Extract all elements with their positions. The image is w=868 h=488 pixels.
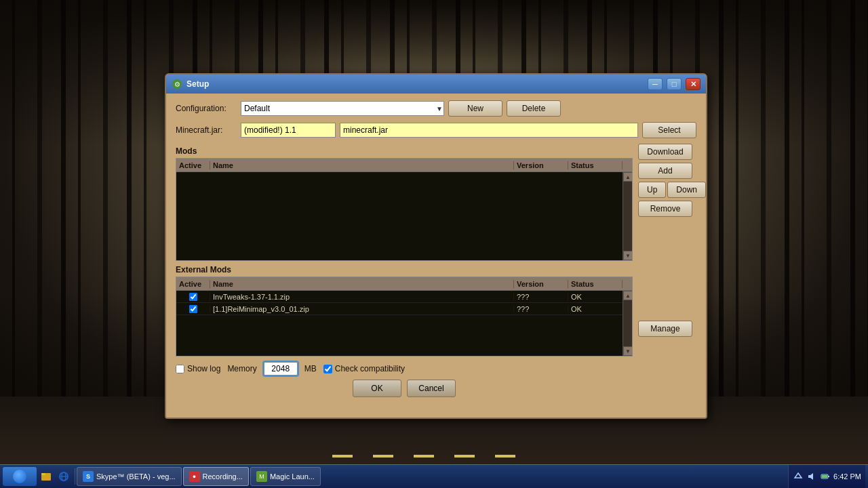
right-spacer xyxy=(638,220,696,318)
taskbar-items: S Skype™ (BETA) - veg... ● Recording... … xyxy=(77,467,787,486)
external-table-header: Active Name Version Status xyxy=(176,277,632,291)
delete-button[interactable]: Delete xyxy=(507,100,561,117)
ext-scroll-track xyxy=(623,300,632,346)
ext-scroll-down[interactable]: ▼ xyxy=(623,346,632,356)
check-compat-checkbox[interactable] xyxy=(323,365,332,373)
taskbar-item-magic-label: Magic Laun... xyxy=(270,472,315,481)
mods-scroll-up[interactable]: ▲ xyxy=(623,172,632,182)
up-button[interactable]: Up xyxy=(638,182,666,198)
ext-col-version: Version xyxy=(514,280,568,288)
svg-marker-9 xyxy=(810,473,813,480)
ext-row1-checkbox[interactable] xyxy=(189,293,197,301)
table-row[interactable]: InvTweaks-1.37-1.1.zip ??? OK xyxy=(176,291,623,303)
mods-section-header: Mods xyxy=(176,146,633,156)
manage-button[interactable]: Manage xyxy=(638,321,692,337)
mods-scroll-track xyxy=(623,182,632,251)
file-explorer-icon[interactable] xyxy=(38,468,54,485)
ext-scrollbar: ▲ ▼ xyxy=(623,291,632,356)
right-spacer2 xyxy=(638,340,696,419)
ext-row1-active xyxy=(176,293,210,301)
recording-icon: ● xyxy=(189,471,200,482)
external-table: Active Name Version Status InvT xyxy=(176,277,632,356)
mods-table-container: Active Name Version Status ▲ ▼ xyxy=(176,158,633,261)
ext-row2-active xyxy=(176,305,210,313)
maximize-button[interactable]: □ xyxy=(667,78,682,90)
external-section-header: External Mods xyxy=(176,265,633,274)
external-rows: InvTweaks-1.37-1.1.zip ??? OK [1.1]ReiMi… xyxy=(176,291,623,356)
mods-table: Active Name Version Status ▲ ▼ xyxy=(176,159,632,260)
svg-rect-11 xyxy=(828,476,829,477)
down-button[interactable]: Down xyxy=(667,182,706,198)
external-table-container: Active Name Version Status InvT xyxy=(176,277,633,357)
remove-button[interactable]: Remove xyxy=(638,201,692,217)
minimize-button[interactable]: ─ xyxy=(648,78,663,90)
ext-row2-checkbox[interactable] xyxy=(189,305,197,313)
dialog-content: Configuration: Default ▼ New Delete Mine… xyxy=(166,94,706,418)
select-button[interactable]: Select xyxy=(642,122,696,138)
svg-rect-3 xyxy=(41,473,45,475)
config-select[interactable]: Default xyxy=(241,101,444,116)
ext-row2-version: ??? xyxy=(514,305,568,313)
start-button[interactable] xyxy=(3,467,37,486)
taskbar-time-display: 6:42 PM xyxy=(833,472,861,481)
svg-rect-8 xyxy=(808,475,810,478)
mods-rows xyxy=(176,172,623,260)
ext-col-active: Active xyxy=(176,280,210,288)
show-log-checkbox[interactable] xyxy=(176,365,184,373)
taskbar-item-magic[interactable]: M Magic Laun... xyxy=(250,467,321,486)
memory-unit-text: MB xyxy=(304,364,317,373)
mods-scroll-down[interactable]: ▼ xyxy=(623,251,632,260)
ext-col-status: Status xyxy=(568,280,623,288)
add-button[interactable]: Add xyxy=(638,163,692,179)
jar-file-input[interactable] xyxy=(340,123,638,138)
external-buttons: Manage xyxy=(638,321,696,337)
svg-text:⚙: ⚙ xyxy=(174,81,180,88)
title-bar: ⚙ Setup ─ □ ✕ xyxy=(166,75,706,94)
new-button[interactable]: New xyxy=(448,100,502,117)
quick-launch xyxy=(38,468,75,485)
ext-row1-version: ??? xyxy=(514,293,568,301)
config-label: Configuration: xyxy=(176,104,237,113)
ok-button[interactable]: OK xyxy=(353,380,401,397)
up-down-buttons: Up Down xyxy=(638,182,696,198)
download-button[interactable]: Download xyxy=(638,144,692,160)
taskbar-item-recording[interactable]: ● Recording... xyxy=(183,467,249,486)
taskbar-item-recording-label: Recording... xyxy=(203,472,243,481)
mods-col-active: Active xyxy=(176,161,210,169)
external-empty-space xyxy=(176,315,623,356)
footer-row: Show log Memory MB Check compatibility xyxy=(176,362,633,375)
mods-table-body: ▲ ▼ xyxy=(176,172,632,260)
ext-col-name: Name xyxy=(210,280,514,288)
check-compat-label[interactable]: Check compatibility xyxy=(323,364,405,373)
jar-version-input[interactable] xyxy=(241,123,336,138)
taskbar-item-skype[interactable]: S Skype™ (BETA) - veg... xyxy=(77,467,182,486)
taskbar-item-skype-label: Skype™ (BETA) - veg... xyxy=(96,472,176,481)
memory-label-text: Memory xyxy=(227,364,256,373)
svg-marker-7 xyxy=(795,473,802,478)
ie-icon[interactable] xyxy=(56,468,72,485)
setup-dialog: ⚙ Setup ─ □ ✕ Configuration: Default ▼ N… xyxy=(165,73,707,419)
close-button[interactable]: ✕ xyxy=(686,78,701,90)
table-row[interactable]: [1.1]ReiMinimap_v3.0_01.zip ??? OK xyxy=(176,303,623,315)
magic-icon: M xyxy=(256,471,267,482)
config-select-wrap: Default ▼ xyxy=(241,101,444,116)
mods-scrollbar: ▲ ▼ xyxy=(623,172,632,260)
ext-scroll-up[interactable]: ▲ xyxy=(623,291,632,300)
mods-table-header: Active Name Version Status xyxy=(176,159,632,172)
ext-row2-status: OK xyxy=(568,305,623,313)
memory-input[interactable] xyxy=(264,362,298,375)
network-icon xyxy=(793,471,804,482)
svg-rect-12 xyxy=(822,475,827,478)
main-area: Mods Active Name Version Status xyxy=(176,144,696,419)
external-table-body: InvTweaks-1.37-1.1.zip ??? OK [1.1]ReiMi… xyxy=(176,291,632,356)
title-text: Setup xyxy=(186,79,644,89)
dialog-buttons: OK Cancel xyxy=(176,380,633,397)
footer-left: Show log Memory MB Check compatibility xyxy=(176,362,405,375)
ext-row2-name: [1.1]ReiMinimap_v3.0_01.zip xyxy=(210,305,514,313)
mods-buttons: Download Add Up Down Remove xyxy=(638,144,696,217)
show-log-label[interactable]: Show log xyxy=(176,364,220,373)
mods-col-version: Version xyxy=(514,161,568,169)
cancel-button[interactable]: Cancel xyxy=(407,380,456,397)
taskbar: S Skype™ (BETA) - veg... ● Recording... … xyxy=(0,464,868,488)
volume-icon xyxy=(806,471,817,482)
